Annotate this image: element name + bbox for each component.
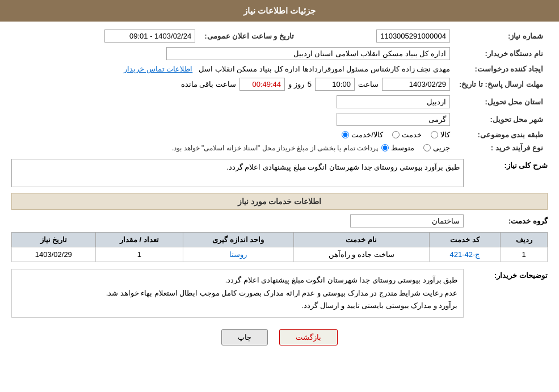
buyer-notes-label: توضیحات خریدار: — [468, 269, 548, 280]
province-box: اردبیل — [337, 95, 450, 108]
city-value: گرمی — [11, 111, 455, 128]
deadline-day-label: روز و — [288, 80, 304, 88]
category-radios: کالا خدمت کالا/خدمت — [11, 128, 455, 141]
col-qty: تعداد / مقدار — [95, 233, 183, 247]
category-kala-option[interactable]: کالا — [431, 130, 450, 139]
cell-row-num: 1 — [501, 247, 548, 262]
org-label: نام دستگاه خریدار: — [455, 45, 548, 62]
process-motawaset-label: متوسط — [391, 144, 414, 152]
deadline-date-box: 1403/02/29 — [382, 78, 450, 91]
group-value: ساختمان — [350, 214, 464, 227]
deadline-days: 5 — [308, 80, 312, 88]
category-label: طبقه بندی موضوعی: — [455, 128, 548, 141]
buttons-row: بازگشت چاپ — [11, 329, 548, 345]
service-section-title: اطلاعات خدمات مورد نیاز — [11, 193, 548, 210]
page-title: جزئیات اطلاعات نیاز — [0, 0, 559, 22]
col-code: کد خدمت — [429, 233, 501, 247]
need-description-box: طبق برآورد بیوستی روستای جدا شهرستان انگ… — [11, 159, 464, 187]
content-area: شماره نیاز: 1103005291000004 تاریخ و ساع… — [0, 22, 559, 357]
buyer-notes-box: طبق برآورد بیوستی روستای جدا شهرستان انگ… — [11, 269, 464, 318]
process-motawaset-option[interactable]: متوسط — [381, 144, 414, 152]
cell-code: ج-42-421 — [429, 247, 501, 262]
category-kala-khedmat-radio[interactable] — [342, 131, 349, 138]
col-date: تاریخ نیاز — [12, 233, 96, 247]
category-khedmat-option[interactable]: خدمت — [392, 130, 422, 139]
org-box: اداره کل بنیاد مسکن انقلاب اسلامی استان … — [166, 47, 450, 60]
process-note: پرداخت تمام یا بخشی از مبلغ خریداز محل "… — [172, 144, 378, 152]
need-number-label: شماره نیاز: — [455, 27, 548, 45]
category-kala-label: کالا — [440, 130, 450, 139]
back-button[interactable]: بازگشت — [279, 329, 338, 345]
deadline-time-box: 10:00 — [315, 78, 355, 91]
province-value: اردبیل — [11, 93, 455, 111]
process-jozi-label: جزیی — [433, 144, 450, 152]
page-wrapper: جزئیات اطلاعات نیاز شماره نیاز: 11030052… — [0, 0, 559, 392]
announcement-value: 1403/02/24 - 09:01 — [11, 27, 200, 45]
group-field-row: گروه خدمت: ساختمان — [11, 214, 548, 227]
print-button[interactable]: چاپ — [221, 329, 268, 345]
category-kala-khedmat-option[interactable]: کالا/خدمت — [342, 130, 383, 139]
process-jozi-option[interactable]: جزیی — [423, 144, 450, 152]
province-label: استان محل تحویل: — [455, 93, 548, 111]
category-khedmat-radio[interactable] — [392, 131, 400, 138]
cell-unit: روستا — [183, 247, 294, 262]
requester-value: مهدی نجف زاده کارشناس مسئول امورقرارداده… — [11, 62, 455, 75]
category-kala-khedmat-label: کالا/خدمت — [351, 130, 383, 139]
city-label: شهر محل تحویل: — [455, 111, 548, 128]
category-khedmat-label: خدمت — [402, 130, 422, 139]
cell-qty: 1 — [95, 247, 183, 262]
process-row: جزیی متوسط پرداخت تمام یا بخشی از مبلغ خ… — [11, 141, 455, 154]
deadline-label: مهلت ارسال پاسخ: تا تاریخ: — [455, 75, 548, 93]
col-row-num: ردیف — [501, 233, 548, 247]
cell-date: 1403/02/29 — [12, 247, 96, 262]
category-kala-radio[interactable] — [431, 131, 438, 138]
col-unit: واحد اندازه گیری — [183, 233, 294, 247]
requester-label: ایجاد کننده درخواست: — [455, 62, 548, 75]
process-jozi-radio[interactable] — [423, 144, 431, 151]
contact-link[interactable]: اطلاعات تماس خریدار — [124, 65, 192, 73]
cell-name: ساخت جاده و راه‌آهن — [293, 247, 429, 262]
table-row: 1 ج-42-421 ساخت جاده و راه‌آهن روستا 1 1… — [12, 247, 548, 262]
city-box: گرمی — [337, 113, 450, 126]
main-info-table: شماره نیاز: 1103005291000004 تاریخ و ساع… — [11, 27, 548, 154]
group-label: گروه خدمت: — [468, 217, 548, 225]
buyer-notes-row: توضیحات خریدار: طبق برآورد بیوستی روستای… — [11, 269, 548, 318]
announcement-label: تاریخ و ساعت اعلان عمومی: — [200, 27, 299, 45]
process-motawaset-radio[interactable] — [381, 144, 389, 151]
need-number-value: 1103005291000004 — [299, 27, 455, 45]
need-description-row: شرح کلی نیاز: طبق برآورد بیوستی روستای ج… — [11, 159, 548, 187]
remaining-label: ساعت باقی مانده — [181, 80, 236, 88]
services-table: ردیف کد خدمت نام خدمت واحد اندازه گیری ت… — [11, 232, 548, 262]
requester-text: مهدی نجف زاده کارشناس مسئول امورقرارداده… — [199, 65, 450, 73]
deadline-row: 1403/02/29 ساعت 10:00 5 روز و 00:49:44 س… — [11, 75, 455, 93]
need-description-label: شرح کلی نیاز: — [468, 159, 548, 170]
deadline-time-label: ساعت — [358, 80, 379, 88]
org-value: اداره کل بنیاد مسکن انقلاب اسلامی استان … — [11, 45, 455, 62]
remaining-time-box: 00:49:44 — [239, 78, 285, 91]
col-name: نام خدمت — [293, 233, 429, 247]
announcement-box: 1403/02/24 - 09:01 — [104, 29, 195, 43]
need-number-box: 1103005291000004 — [376, 29, 450, 43]
process-label: نوع فرآیند خرید : — [455, 141, 548, 154]
